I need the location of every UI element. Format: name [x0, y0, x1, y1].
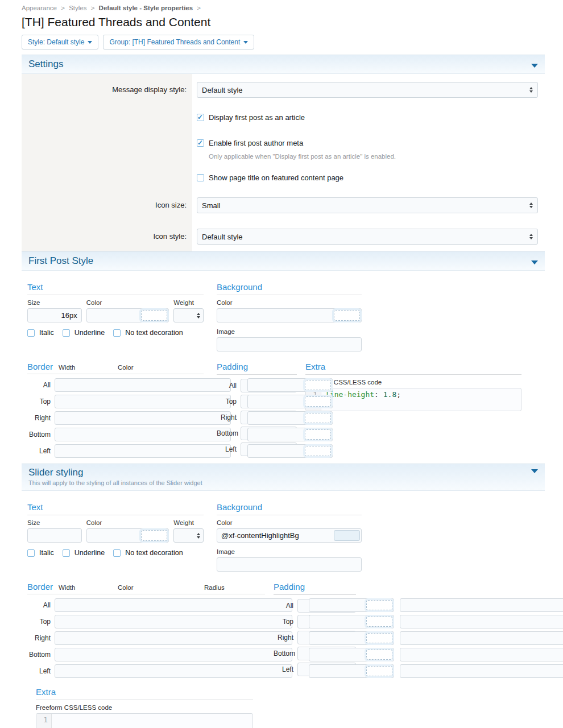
- slider-italic-option[interactable]: Italic: [27, 549, 54, 557]
- sl-border-bottom-radius-input[interactable]: [400, 648, 563, 661]
- color-swatch[interactable]: [334, 530, 360, 541]
- first-post-padding-group: Padding All Top Right Bottom Left: [217, 362, 297, 456]
- color-swatch[interactable]: [141, 310, 167, 321]
- slider-no-decoration-checkbox[interactable]: [113, 549, 121, 557]
- sl-border-right-radius-input[interactable]: [400, 631, 563, 645]
- first-post-no-decoration-option[interactable]: No text decoration: [113, 329, 183, 337]
- sl-border-right-width-input[interactable]: [55, 631, 292, 645]
- slider-weight-label: Weight: [173, 519, 204, 526]
- sl-border-left-radius-input[interactable]: [400, 664, 563, 678]
- slider-underline-option[interactable]: Underline: [63, 549, 105, 557]
- color-swatch[interactable]: [366, 600, 392, 610]
- first-post-no-decoration-checkbox[interactable]: [113, 329, 121, 337]
- display-first-post-option[interactable]: Display first post as an article: [197, 113, 305, 122]
- setting-row-display-first-post: Display first post as an article: [22, 113, 545, 123]
- first-post-italic-option[interactable]: Italic: [27, 329, 54, 337]
- color-swatch[interactable]: [305, 396, 331, 407]
- slider-padding-heading: Padding: [274, 582, 356, 595]
- settings-section-title: Settings: [28, 59, 63, 70]
- display-first-post-checkbox[interactable]: [197, 114, 204, 121]
- sl-border-bottom-width-input[interactable]: [55, 648, 292, 661]
- author-meta-checkbox[interactable]: [197, 139, 204, 147]
- slider-border-group: Border Width Color Radius All Top: [27, 582, 265, 678]
- border-radius-column-label: Radius: [204, 584, 225, 591]
- slider-extra-heading: Extra: [36, 687, 253, 700]
- show-page-title-checkbox[interactable]: [197, 174, 204, 181]
- settings-section-header[interactable]: Settings: [22, 55, 545, 74]
- sl-border-all-width-input[interactable]: [55, 598, 292, 612]
- icon-style-select[interactable]: Default style: [197, 229, 538, 245]
- first-post-weight-label: Weight: [173, 299, 204, 306]
- slider-text-heading: Text: [27, 502, 204, 515]
- slider-bg-image-label: Image: [217, 548, 362, 555]
- color-swatch[interactable]: [305, 446, 331, 456]
- slider-size-input[interactable]: [27, 528, 82, 543]
- first-post-italic-checkbox[interactable]: [27, 329, 35, 337]
- slider-css-code-editor[interactable]: 1: [36, 713, 253, 728]
- color-swatch[interactable]: [141, 530, 167, 541]
- breadcrumb-styles[interactable]: Styles: [69, 5, 86, 11]
- fp-border-bottom-width-input[interactable]: [55, 428, 231, 441]
- collapse-arrow-icon[interactable]: [531, 64, 538, 68]
- border-row-top: Top: [27, 615, 265, 628]
- first-post-section-header[interactable]: First Post Style: [22, 251, 545, 271]
- author-meta-hint: Only applicable when "Display first post…: [209, 153, 538, 160]
- message-display-style-label: Message display style:: [22, 82, 192, 98]
- style-properties-form: Settings Message display style: Default …: [22, 55, 545, 728]
- first-post-size-label: Size: [27, 299, 82, 306]
- color-swatch[interactable]: [366, 650, 392, 660]
- color-swatch[interactable]: [305, 380, 331, 390]
- style-chooser-button[interactable]: Style: Default style: [22, 35, 98, 49]
- color-swatch[interactable]: [366, 633, 392, 643]
- fp-border-left-width-input[interactable]: [55, 444, 231, 458]
- first-post-underline-checkbox[interactable]: [63, 329, 70, 337]
- style-properties-page: Appearance > Styles > Default style - St…: [0, 0, 563, 728]
- icon-size-select[interactable]: Small: [197, 197, 538, 213]
- border-row-left: Left: [27, 444, 204, 458]
- first-post-background-heading: Background: [217, 282, 362, 295]
- sl-border-all-radius-input[interactable]: [400, 598, 563, 612]
- fp-border-right-width-input[interactable]: [55, 411, 231, 425]
- chevron-down-icon: [243, 41, 248, 44]
- author-meta-option[interactable]: Enable first post author meta: [197, 139, 303, 147]
- first-post-underline-option[interactable]: Underline: [63, 329, 105, 337]
- color-swatch[interactable]: [305, 413, 331, 423]
- color-swatch[interactable]: [305, 429, 331, 440]
- collapse-arrow-icon[interactable]: [531, 469, 538, 473]
- collapse-arrow-icon[interactable]: [531, 260, 538, 264]
- breadcrumb-style-properties[interactable]: Default style - Style properties: [99, 5, 193, 11]
- setting-row-author-meta: Enable first post author meta Only appli…: [22, 139, 545, 160]
- first-post-extra-group: Extra Freeform CSS/LESS code 1 line-heig…: [305, 362, 521, 411]
- slider-italic-checkbox[interactable]: [27, 549, 35, 557]
- breadcrumb-separator: >: [91, 5, 95, 11]
- group-chooser-button[interactable]: Group: [TH] Featured Threads and Content: [103, 35, 254, 49]
- color-swatch[interactable]: [366, 617, 392, 627]
- slider-section-header[interactable]: Slider styling This will apply to the st…: [22, 464, 545, 491]
- sl-border-top-radius-input[interactable]: [400, 615, 563, 628]
- first-post-bg-image-input[interactable]: [217, 337, 362, 351]
- color-swatch[interactable]: [366, 666, 392, 676]
- breadcrumb-separator: >: [197, 5, 201, 11]
- slider-weight-select[interactable]: [173, 528, 204, 543]
- slider-underline-checkbox[interactable]: [63, 549, 70, 557]
- sl-border-left-width-input[interactable]: [55, 664, 292, 678]
- first-post-size-input[interactable]: [27, 308, 82, 322]
- freeform-css-label: Freeform CSS/LESS code: [36, 704, 253, 711]
- first-post-text-group: Text Size Color: [27, 282, 204, 337]
- first-post-weight-select[interactable]: [173, 308, 204, 322]
- slider-bg-image-input[interactable]: [217, 557, 362, 572]
- fp-border-top-width-input[interactable]: [55, 395, 231, 408]
- first-post-body: Text Size Color: [22, 271, 545, 464]
- show-page-title-option[interactable]: Show page title on featured content page: [197, 173, 343, 182]
- message-display-style-select[interactable]: Default style: [197, 82, 538, 98]
- border-row-left: Left: [27, 664, 265, 678]
- fp-css-code-editor[interactable]: 1 line-height: 1.8;: [305, 388, 521, 411]
- slider-no-decoration-option[interactable]: No text decoration: [113, 549, 183, 557]
- slider-border-heading: Border: [27, 582, 59, 592]
- slider-body: Text Size Color: [22, 491, 545, 728]
- sl-border-top-width-input[interactable]: [55, 615, 292, 628]
- slider-background-group: Background Color Image: [217, 502, 362, 572]
- color-swatch[interactable]: [334, 310, 360, 321]
- breadcrumb-appearance[interactable]: Appearance: [22, 5, 57, 11]
- fp-border-all-width-input[interactable]: [55, 378, 231, 392]
